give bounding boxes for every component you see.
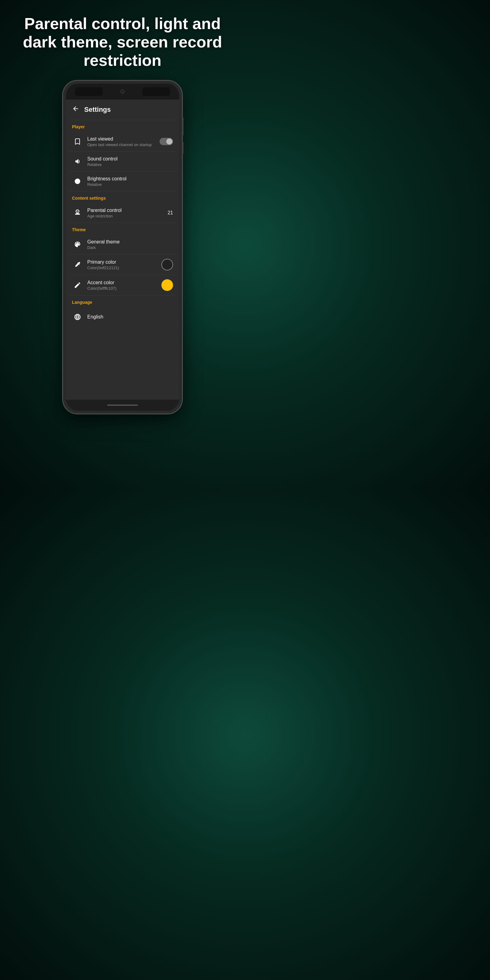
section-language: Language [66, 296, 179, 307]
primary-color-sub: Color(0xff212121) [87, 266, 161, 270]
brightness-control-sub: Relative [87, 182, 173, 187]
parental-control-text: Parental control Age restriction [87, 208, 167, 218]
palette-icon [72, 239, 83, 250]
settings-title: Settings [84, 106, 111, 114]
brightness-icon [72, 176, 83, 187]
home-indicator [107, 404, 138, 406]
language-text: English [87, 314, 173, 320]
language-name: English [87, 314, 173, 320]
sound-icon [72, 156, 83, 167]
page-headline: Parental control, light and dark theme, … [0, 0, 245, 81]
primary-color-text: Primary color Color(0xff212121) [87, 259, 161, 270]
brightness-control-text: Brightness control Relative [87, 176, 173, 187]
brightness-control-name: Brightness control [87, 176, 173, 181]
setting-last-viewed[interactable]: Last viewed Open last viewed channel on … [66, 132, 179, 151]
parental-control-name: Parental control [87, 208, 167, 213]
primary-color-swatch[interactable] [161, 259, 173, 270]
svg-point-0 [75, 178, 80, 184]
last-viewed-sub: Open last viewed channel on startup [87, 142, 159, 147]
setting-accent-color[interactable]: Accent color Color(0xffffc107) [66, 275, 179, 295]
last-viewed-text: Last viewed Open last viewed channel on … [87, 136, 159, 147]
setting-brightness-control[interactable]: Brightness control Relative [66, 172, 179, 191]
primary-color-name: Primary color [87, 259, 161, 265]
settings-screen: Settings Player Last viewed Open last vi… [66, 100, 179, 400]
settings-header: Settings [66, 100, 179, 120]
parental-control-sub: Age restriction [87, 214, 167, 218]
general-theme-sub: Dark [87, 245, 173, 250]
setting-parental-control[interactable]: Parental control Age restriction 21 [66, 203, 179, 223]
sound-control-sub: Relative [87, 162, 173, 167]
setting-general-theme[interactable]: General theme Dark [66, 235, 179, 254]
accent-color-text: Accent color Color(0xffffc107) [87, 280, 161, 291]
primary-color-icon [72, 259, 83, 270]
parental-icon [72, 207, 83, 218]
accent-color-swatch[interactable] [161, 279, 173, 291]
sound-control-text: Sound control Relative [87, 156, 173, 167]
sound-control-name: Sound control [87, 156, 173, 162]
section-player: Player [66, 120, 179, 132]
notch-right [142, 87, 170, 96]
status-bar [66, 84, 179, 100]
parental-control-value: 21 [167, 210, 173, 216]
phone-frame: Settings Player Last viewed Open last vi… [63, 81, 182, 414]
back-button[interactable] [72, 105, 79, 114]
accent-color-icon [72, 280, 83, 291]
general-theme-name: General theme [87, 239, 173, 245]
phone-screen: Settings Player Last viewed Open last vi… [66, 84, 179, 411]
accent-color-name: Accent color [87, 280, 161, 285]
general-theme-text: General theme Dark [87, 239, 173, 250]
accent-color-sub: Color(0xffffc107) [87, 286, 161, 291]
home-bar [66, 400, 179, 411]
section-theme: Theme [66, 223, 179, 235]
bookmark-icon [72, 136, 83, 147]
front-camera [120, 89, 125, 94]
setting-language[interactable]: English [66, 307, 179, 327]
section-content-settings: Content settings [66, 191, 179, 203]
setting-primary-color[interactable]: Primary color Color(0xff212121) [66, 255, 179, 275]
last-viewed-toggle[interactable] [159, 138, 173, 145]
language-icon [72, 312, 83, 323]
notch-left [75, 87, 103, 96]
last-viewed-name: Last viewed [87, 136, 159, 142]
setting-sound-control[interactable]: Sound control Relative [66, 151, 179, 171]
svg-point-1 [76, 210, 78, 212]
